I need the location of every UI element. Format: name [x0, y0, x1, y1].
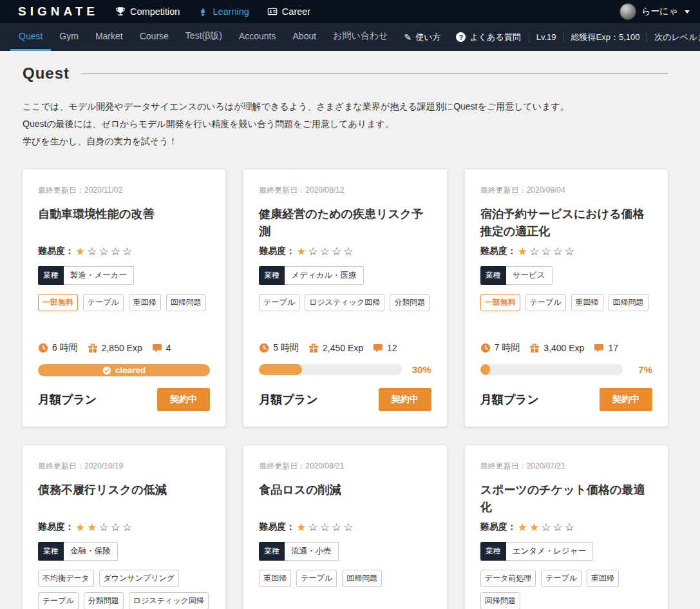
quest-tag: 重回帰	[587, 570, 619, 587]
quest-tag: 回帰問題	[480, 592, 520, 609]
quest-tag: 重回帰	[259, 570, 291, 587]
tab-test[interactable]: Test(β版)	[177, 23, 231, 51]
quest-tag: テーブル	[259, 294, 299, 311]
star-icon: ☆	[529, 246, 541, 258]
industry-label: 業種	[480, 542, 506, 561]
card-updated-date: 最終更新日：2020/08/21	[259, 461, 431, 472]
quest-card[interactable]: 最終更新日：2020/10/19債務不履行リスクの低減難易度：★★☆☆☆業種金融…	[23, 445, 225, 609]
progress-track	[480, 364, 623, 375]
subnav-tabs: QuestGymMarketCourseTest(β版)AccountsAbou…	[10, 23, 396, 51]
exp-stat: 2,850 Exp	[88, 343, 142, 353]
faq-link[interactable]: ? よくある質問	[448, 32, 528, 43]
quest-tag: 回帰問題	[166, 294, 206, 311]
tab-course[interactable]: Course	[131, 23, 177, 51]
difficulty-label: 難易度：	[480, 246, 516, 257]
star-icon: ☆	[99, 521, 111, 534]
card-title: スポーツのチケット価格の最適化	[480, 481, 652, 516]
star-icon: ★	[518, 521, 529, 534]
description-line: Questの最後には、ゼロからモデル開発を行い精度を競い合う問題をご用意してあり…	[23, 115, 668, 133]
chevron-down-icon	[685, 10, 690, 14]
star-icon: ★	[75, 246, 87, 258]
description-line: 学びを生かし、自身の実力を試そう！	[23, 133, 668, 150]
card-updated-date: 最終更新日：2020/07/21	[480, 461, 652, 472]
usage-link[interactable]: ✎ 使い方	[396, 32, 448, 43]
quest-tag: 分類問題	[84, 592, 124, 609]
progress-track	[259, 364, 401, 375]
cleared-badge: cleared	[38, 364, 210, 376]
card-updated-date: 最終更新日：2020/08/12	[259, 185, 431, 196]
quest-tag: 分類問題	[390, 294, 430, 311]
tab-accounts[interactable]: Accounts	[231, 23, 285, 51]
quest-card[interactable]: 最終更新日：2020/11/02自動車環境性能の改善難易度：★☆☆☆☆業種製造・…	[23, 169, 225, 427]
difficulty-label: 難易度：	[480, 521, 516, 533]
tab-market[interactable]: Market	[87, 23, 131, 51]
topnav-item-learning[interactable]: Learning	[198, 6, 249, 17]
quest-card[interactable]: 最終更新日：2020/07/21スポーツのチケット価格の最適化難易度：★★☆☆☆…	[465, 445, 668, 609]
industry-value: 流通・小売	[285, 542, 339, 561]
contract-button[interactable]: 契約中	[600, 388, 652, 411]
star-icon: ★	[87, 521, 99, 534]
card-updated-date: 最終更新日：2020/09/04	[480, 185, 652, 196]
gift-icon	[529, 343, 540, 353]
tab-quest[interactable]: Quest	[10, 23, 51, 51]
star-icon: ☆	[332, 246, 343, 258]
exp-stat: 3,400 Exp	[529, 343, 584, 353]
star-icon: ☆	[553, 521, 564, 534]
difficulty-stars: ★☆☆☆☆	[75, 246, 134, 257]
difficulty-label: 難易度：	[259, 246, 295, 257]
card-difficulty: 難易度：★☆☆☆☆	[259, 246, 431, 257]
industry-row: 業種サービス	[480, 266, 652, 285]
usage-label: 使い方	[415, 32, 440, 43]
card-title: 食品ロスの削減	[259, 481, 431, 516]
card-difficulty: 難易度：★☆☆☆☆	[480, 246, 652, 257]
duration-stat: 6 時間	[38, 342, 78, 354]
topnav-item-career[interactable]: Career	[267, 6, 310, 17]
gift-icon	[308, 343, 319, 353]
quest-tag: 重回帰	[129, 294, 161, 311]
contract-button[interactable]: 契約中	[157, 388, 210, 411]
star-icon: ★	[75, 521, 87, 534]
star-icon: ☆	[320, 246, 332, 258]
star-icon: ☆	[308, 521, 320, 534]
industry-label: 業種	[38, 542, 64, 561]
difficulty-label: 難易度：	[38, 521, 74, 533]
contract-button[interactable]: 契約中	[379, 388, 431, 411]
tab-gym[interactable]: Gym	[51, 23, 87, 51]
duration-stat: 7 時間	[480, 342, 520, 354]
industry-label: 業種	[259, 266, 285, 285]
total-exp: 総獲得Exp：5,100	[564, 32, 647, 43]
tag-list: 重回帰テーブル回帰問題	[259, 570, 431, 587]
comment-icon	[594, 343, 604, 353]
clock-icon	[38, 343, 48, 353]
card-stats: 5 時間2,450 Exp12	[259, 342, 431, 354]
topnav-item-competition[interactable]: Competition	[115, 6, 180, 17]
faq-label: よくある質問	[469, 32, 520, 43]
career-icon	[267, 6, 278, 17]
quest-tag: 不均衡データ	[38, 570, 94, 587]
difficulty-stars: ★☆☆☆☆	[296, 522, 355, 533]
signate-logo[interactable]: SIGNATE	[18, 5, 99, 19]
quest-card[interactable]: 最終更新日：2020/08/21食品ロスの削減難易度：★☆☆☆☆業種流通・小売重…	[243, 445, 446, 609]
page-title: Quest	[23, 64, 70, 82]
user-level: Lv.19	[529, 32, 563, 42]
quest-card[interactable]: 最終更新日：2020/09/04宿泊予約サービスにおける価格推定の適正化難易度：…	[465, 169, 668, 427]
quest-card[interactable]: 最終更新日：2020/08/12健康経営のための疾患リスク予測難易度：★☆☆☆☆…	[243, 169, 446, 427]
progress-bar: 30%	[259, 364, 431, 375]
user-menu[interactable]: らーにゃ	[620, 3, 690, 20]
quest-tag: テーブル	[83, 294, 124, 311]
comment-icon	[152, 343, 162, 353]
card-title: 宿泊予約サービスにおける価格推定の適正化	[480, 206, 652, 240]
plan-label: 月額プラン	[38, 392, 97, 407]
tab-about[interactable]: About	[285, 23, 325, 51]
quest-tag: 回帰問題	[609, 294, 648, 311]
industry-row: 業種製造・メーカー	[38, 266, 210, 285]
star-icon: ☆	[320, 521, 332, 534]
card-footer: 月額プラン契約中	[259, 376, 431, 411]
quest-tag: 一部無料	[38, 294, 78, 311]
difficulty-label: 難易度：	[259, 521, 295, 533]
topnav-label: Learning	[213, 6, 249, 17]
star-icon: ☆	[308, 246, 320, 258]
tab-contact[interactable]: お問い合わせ	[325, 23, 396, 51]
quest-tag: テーブル	[541, 570, 582, 587]
industry-row: 業種流通・小売	[259, 542, 431, 561]
